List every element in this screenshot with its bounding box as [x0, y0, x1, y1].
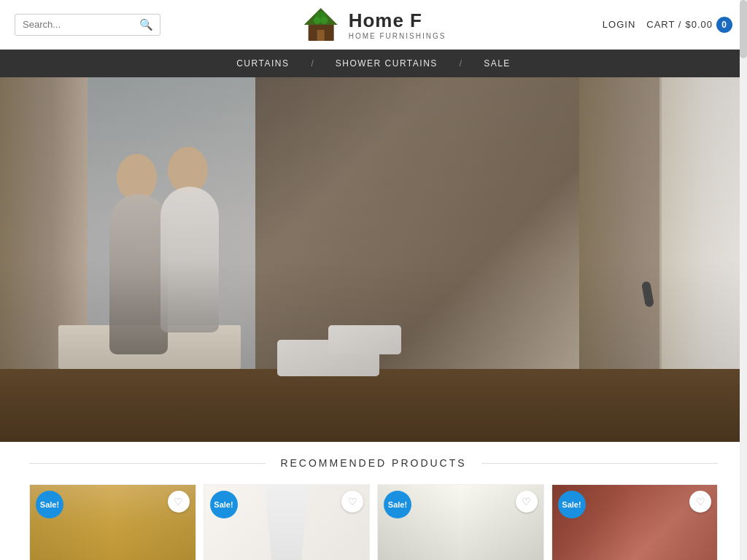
wishlist-button-3[interactable]: ♡ [516, 491, 538, 513]
product-image-4: Sale! ♡ [552, 485, 718, 560]
product-image-2: Sale! ♡ [204, 485, 370, 560]
main-nav: CURTAINS / SHOWER CURTAINS / SALE [0, 50, 747, 77]
cart-amount: $0.00 [685, 19, 713, 30]
logo-title: Home F [349, 9, 446, 32]
svg-rect-2 [317, 30, 325, 41]
logo-subtitle: HOME FURNISHINGS [349, 32, 446, 40]
scrollbar[interactable] [740, 0, 747, 560]
hero-banner [0, 77, 747, 442]
logo-text: Home F HOME FURNISHINGS [349, 9, 446, 40]
nav-shower-curtains[interactable]: SHOWER CURTAINS [336, 58, 438, 69]
wishlist-button-2[interactable]: ♡ [341, 491, 363, 513]
search-form[interactable]: 🔍 [15, 14, 160, 36]
site-header: 🔍 Home F HOME FURNISHINGS LOGIN CART / $… [0, 0, 747, 50]
nav-separator-1: / [311, 58, 313, 69]
product-image-3: Sale! ♡ [378, 485, 543, 560]
heart-icon-1: ♡ [174, 496, 183, 508]
search-icon: 🔍 [139, 18, 153, 31]
product-card-2[interactable]: Sale! ♡ [204, 484, 371, 560]
product-card-1[interactable]: Sale! ♡ [29, 484, 196, 560]
header-right: LOGIN CART / $0.00 0 [603, 17, 732, 33]
search-input[interactable] [23, 19, 139, 30]
recommended-section: RECOMMENDED PRODUCTS Sale! ♡ Sale! ♡ [0, 442, 747, 560]
heart-icon-3: ♡ [522, 496, 531, 508]
cart-label: CART / [646, 19, 681, 30]
ruffle-decoration-2 [265, 485, 309, 560]
hero-overlay [0, 77, 747, 442]
sale-badge-2: Sale! [210, 491, 238, 518]
sale-badge-3: Sale! [384, 491, 411, 518]
wishlist-button-4[interactable]: ♡ [689, 491, 711, 513]
heart-icon-2: ♡ [348, 496, 357, 508]
sale-badge-4: Sale! [558, 491, 586, 518]
heart-icon-4: ♡ [696, 496, 705, 508]
nav-sale[interactable]: SALE [484, 58, 511, 69]
recommended-header: RECOMMENDED PRODUCTS [29, 456, 718, 470]
product-image-1: Sale! ♡ [30, 485, 196, 560]
product-card-4[interactable]: Sale! ♡ [551, 484, 719, 560]
nav-curtains[interactable]: CURTAINS [236, 58, 289, 69]
logo[interactable]: Home F HOME FURNISHINGS [301, 4, 446, 44]
svg-point-6 [321, 17, 328, 24]
hero-scene [0, 77, 747, 442]
search-button[interactable]: 🔍 [139, 18, 153, 31]
scrollbar-thumb[interactable] [740, 0, 747, 58]
sale-badge-1: Sale! [36, 491, 63, 518]
cart-count: 0 [716, 17, 732, 33]
login-link[interactable]: LOGIN [603, 19, 635, 30]
wishlist-button-1[interactable]: ♡ [168, 491, 190, 513]
product-card-3[interactable]: Sale! ♡ [377, 484, 544, 560]
recommended-title: RECOMMENDED PRODUCTS [266, 457, 481, 469]
logo-icon [301, 4, 341, 44]
cart-button[interactable]: CART / $0.00 0 [646, 17, 732, 33]
svg-point-5 [314, 17, 321, 24]
nav-separator-2: / [460, 58, 462, 69]
product-grid: Sale! ♡ Sale! ♡ Sale! [29, 484, 718, 560]
